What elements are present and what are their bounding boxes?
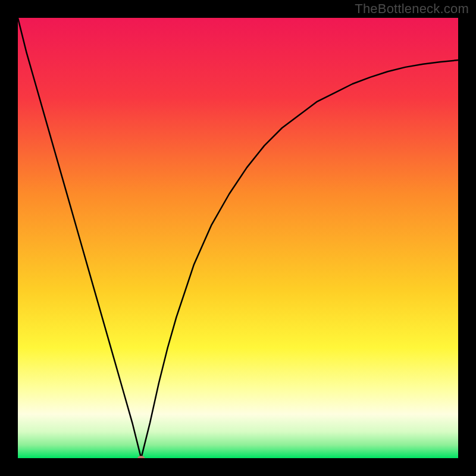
- watermark-text: TheBottleneck.com: [355, 1, 469, 17]
- chart-svg: [18, 18, 458, 458]
- chart-root: TheBottleneck.com: [0, 0, 476, 476]
- chart-background: [18, 18, 458, 458]
- plot-area: [18, 18, 458, 458]
